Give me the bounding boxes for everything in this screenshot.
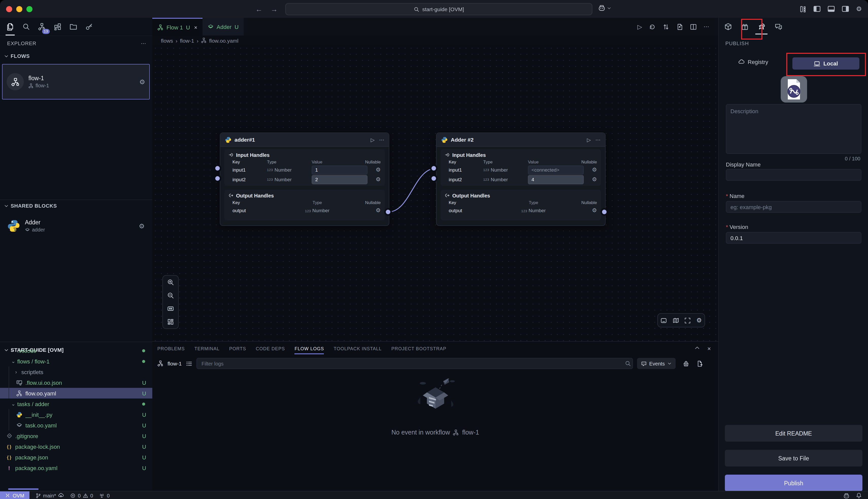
- nav-back-icon[interactable]: ←: [255, 5, 262, 13]
- nav-forward-icon[interactable]: →: [271, 5, 278, 13]
- customize-layout-icon[interactable]: [800, 5, 807, 12]
- tree-item-tasks-adder[interactable]: ⌄ tasks / adder: [0, 399, 152, 409]
- rerun-icon[interactable]: [649, 23, 656, 30]
- tab-flow-logs[interactable]: FLOW LOGS: [295, 345, 324, 352]
- flow-list-item[interactable]: flow-1 flow-1 ⚙: [2, 64, 150, 99]
- flows-section-header[interactable]: FLOWS: [4, 53, 148, 59]
- version-input[interactable]: [726, 232, 861, 244]
- node-more-icon[interactable]: ⋯: [596, 137, 600, 142]
- tree-item-vscode[interactable]: › .vscode: [0, 345, 152, 356]
- tree-item-flow-oo-yaml[interactable]: flow.oo.yaml U: [0, 388, 152, 399]
- handle-dot-n1-output[interactable]: [386, 210, 390, 214]
- handle-dot-n2-output[interactable]: [602, 210, 607, 214]
- node-header[interactable]: adder#1 ▷⋯: [220, 133, 389, 147]
- handle-dot-n1-input1[interactable]: [215, 166, 220, 171]
- handle-settings-icon[interactable]: ⚙: [367, 207, 381, 214]
- explorer-more-icon[interactable]: ⋯: [141, 40, 146, 46]
- more-actions-icon[interactable]: ⋯: [704, 23, 709, 30]
- tree-item-init-py[interactable]: __init__.py U: [0, 409, 152, 420]
- tree-horizontal-scrollbar[interactable]: [8, 488, 39, 490]
- flow-item-settings-icon[interactable]: ⚙: [139, 78, 145, 86]
- flow-canvas[interactable]: adder#1 ▷⋯ Input Handles KeyTypeValueNul…: [152, 45, 718, 341]
- tab-adder[interactable]: Adder U: [203, 18, 244, 36]
- shared-blocks-section-header[interactable]: SHARED BLOCKS: [4, 203, 148, 209]
- breadcrumb-file[interactable]: flow.oo.yaml: [209, 37, 239, 44]
- run-node-icon[interactable]: ▷: [587, 137, 591, 142]
- handle-dot-n2-input2[interactable]: [431, 176, 436, 181]
- handle-settings-icon[interactable]: ⚙: [584, 207, 597, 214]
- export-logs-icon[interactable]: [696, 360, 703, 367]
- close-panel-icon[interactable]: ×: [707, 345, 711, 352]
- settings-gear-icon[interactable]: ⚙: [856, 5, 862, 13]
- tree-item-flow-ui-json[interactable]: .flow.ui.oo.json U: [0, 377, 152, 388]
- handle-dot-n2-input1[interactable]: [431, 166, 436, 171]
- chevron-up-icon[interactable]: [695, 345, 700, 351]
- tab-flow-1[interactable]: Flow 1 U ×: [152, 18, 203, 36]
- handle-settings-icon[interactable]: ⚙: [367, 167, 381, 173]
- description-textarea[interactable]: [726, 104, 861, 154]
- value-input[interactable]: 2: [312, 175, 367, 184]
- zoom-out-icon[interactable]: [167, 292, 174, 299]
- handle-dot-n1-input2[interactable]: [215, 176, 220, 181]
- toggle-bottom-panel-icon[interactable]: [828, 5, 835, 13]
- minimap-icon[interactable]: [673, 317, 679, 324]
- zoom-in-icon[interactable]: [167, 279, 174, 286]
- handle-settings-icon[interactable]: ⚙: [584, 176, 597, 183]
- tree-item-package-lock-json[interactable]: { } package-lock.json U: [0, 441, 152, 452]
- breadcrumb-flows[interactable]: flows: [161, 37, 173, 44]
- events-dropdown[interactable]: Events: [637, 358, 675, 369]
- value-input[interactable]: 4: [528, 175, 584, 184]
- tree-item-gitignore[interactable]: .gitignore U: [0, 430, 152, 441]
- activity-keys[interactable]: [84, 22, 94, 32]
- auto-layout-icon[interactable]: [167, 318, 174, 325]
- tab-project-bootstrap[interactable]: PROJECT BOOTSTRAP: [391, 345, 447, 352]
- swap-values-icon[interactable]: [662, 23, 670, 30]
- ports-status[interactable]: 0: [99, 492, 110, 498]
- tree-item-scriptlets[interactable]: › scriptlets: [0, 366, 152, 377]
- node-more-icon[interactable]: ⋯: [379, 137, 384, 142]
- save-to-file-button[interactable]: Save to File: [725, 450, 863, 466]
- minimize-window-button[interactable]: [16, 6, 22, 12]
- copilot-icon[interactable]: [843, 492, 850, 499]
- shared-block-item[interactable]: Adder adder ⚙: [2, 213, 150, 239]
- value-input[interactable]: <connected>: [528, 165, 584, 174]
- tree-item-package-oo-yaml[interactable]: ! package.oo.yaml U: [0, 462, 152, 473]
- breadcrumb-flow-1[interactable]: flow-1: [180, 37, 194, 44]
- tab-terminal[interactable]: TERMINAL: [194, 345, 220, 352]
- run-node-icon[interactable]: ▷: [371, 137, 375, 142]
- publish-button[interactable]: Publish: [725, 475, 863, 491]
- toggle-left-sidebar-icon[interactable]: [814, 5, 821, 13]
- tab-ports[interactable]: PORTS: [229, 345, 246, 352]
- tree-item-flows-flow-1[interactable]: ⌄ flows / flow-1: [0, 356, 152, 366]
- log-list-icon[interactable]: [186, 360, 192, 367]
- activity-explorer[interactable]: [5, 22, 15, 32]
- zoom-window-button[interactable]: [26, 6, 33, 12]
- shared-block-settings-icon[interactable]: ⚙: [139, 222, 145, 230]
- toggle-panel-icon[interactable]: [661, 317, 667, 324]
- close-tab-icon[interactable]: ×: [194, 24, 197, 30]
- remote-indicator[interactable]: OVM: [0, 491, 29, 499]
- tree-item-package-json[interactable]: { } package.json U: [0, 452, 152, 462]
- filter-logs-input[interactable]: [196, 358, 633, 369]
- log-flow-label[interactable]: flow-1: [168, 361, 182, 366]
- bell-icon[interactable]: [856, 492, 862, 499]
- toggle-right-sidebar-icon[interactable]: [842, 5, 849, 13]
- clear-logs-icon[interactable]: [683, 360, 689, 367]
- tab-code-deps[interactable]: CODE DEPS: [256, 345, 285, 352]
- package-file-icon[interactable]: [781, 76, 807, 104]
- breadcrumb[interactable]: flows › flow-1 › flow.oo.yaml: [152, 36, 718, 45]
- comments-icon[interactable]: [773, 23, 783, 31]
- canvas-settings-icon[interactable]: ⚙: [696, 317, 702, 324]
- name-input[interactable]: [726, 201, 861, 213]
- handle-settings-icon[interactable]: ⚙: [584, 167, 597, 173]
- git-branch-status[interactable]: main*: [36, 492, 64, 499]
- export-file-icon[interactable]: [676, 23, 683, 30]
- tree-item-task-oo-yaml[interactable]: task.oo.yaml U: [0, 420, 152, 430]
- registry-toggle[interactable]: Registry: [738, 58, 768, 65]
- edit-readme-button[interactable]: Edit README: [725, 425, 863, 442]
- node-adder2[interactable]: Adder #2 ▷⋯ Input Handles KeyTypeValueNu…: [436, 133, 606, 226]
- tab-toolpack-install[interactable]: TOOLPACK INSTALL: [334, 345, 382, 352]
- node-header[interactable]: Adder #2 ▷⋯: [437, 133, 605, 147]
- fullscreen-icon[interactable]: [685, 317, 691, 324]
- activity-folder[interactable]: [68, 22, 78, 32]
